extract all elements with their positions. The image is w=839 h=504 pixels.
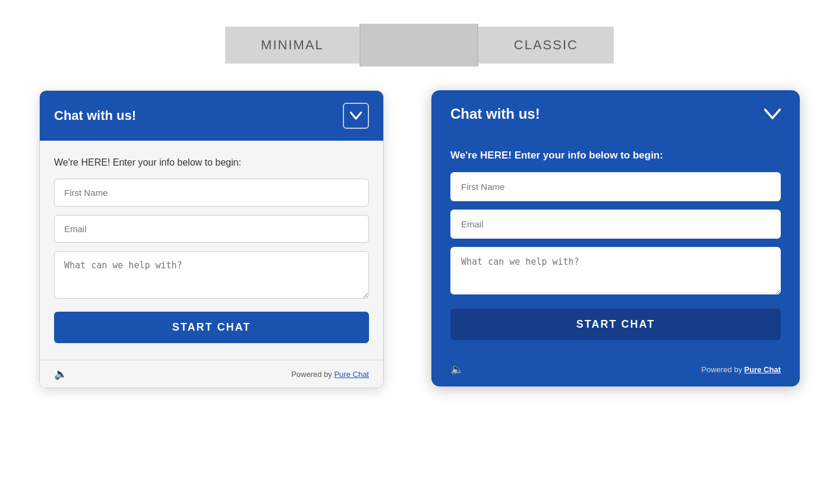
- classic-widget: Chat with us! We're HERE! Enter your inf…: [431, 90, 800, 386]
- chevron-down-icon: [350, 112, 362, 120]
- classic-speaker-icon: 🔈: [450, 363, 463, 376]
- minimal-first-name-input[interactable]: [54, 179, 369, 207]
- classic-start-chat-button[interactable]: START CHAT: [450, 309, 781, 340]
- chevron-down-icon: [764, 109, 781, 119]
- tab-classic[interactable]: CLASSIC: [478, 27, 614, 64]
- minimal-widget-header: Chat with us!: [40, 91, 383, 141]
- minimal-speaker-icon: 🔈: [54, 367, 67, 381]
- classic-widget-body: We're HERE! Enter your info below to beg…: [434, 135, 797, 354]
- minimal-help-textarea[interactable]: [54, 251, 369, 299]
- minimal-powered-by: Powered by Pure Chat: [291, 370, 369, 379]
- minimal-collapse-button[interactable]: [343, 103, 369, 129]
- tab-bar: MINIMAL CLASSIC: [63, 24, 776, 66]
- minimal-email-input[interactable]: [54, 215, 369, 243]
- minimal-pure-chat-link[interactable]: Pure Chat: [334, 370, 369, 379]
- classic-powered-by: Powered by Pure Chat: [701, 365, 781, 374]
- widgets-container: Chat with us! We're HERE! Enter your inf…: [33, 90, 806, 388]
- minimal-intro-text: We're HERE! Enter your info below to beg…: [54, 157, 369, 168]
- minimal-start-chat-button[interactable]: START CHAT: [54, 312, 369, 343]
- tab-middle: [359, 24, 478, 66]
- classic-collapse-button[interactable]: [764, 109, 781, 119]
- minimal-chat-title: Chat with us!: [54, 108, 136, 123]
- classic-first-name-input[interactable]: [450, 172, 781, 201]
- classic-help-textarea[interactable]: [450, 247, 781, 294]
- classic-widget-header: Chat with us!: [434, 93, 797, 135]
- classic-email-input[interactable]: [450, 210, 781, 239]
- classic-intro-text: We're HERE! Enter your info below to beg…: [450, 150, 781, 161]
- minimal-widget-footer: 🔈 Powered by Pure Chat: [40, 360, 383, 388]
- classic-pure-chat-link[interactable]: Pure Chat: [745, 365, 781, 374]
- minimal-widget: Chat with us! We're HERE! Enter your inf…: [39, 90, 384, 388]
- classic-widget-footer: 🔈 Powered by Pure Chat: [434, 354, 797, 384]
- classic-chat-title: Chat with us!: [450, 106, 540, 122]
- tab-minimal[interactable]: MINIMAL: [225, 27, 359, 64]
- minimal-widget-body: We're HERE! Enter your info below to beg…: [40, 141, 383, 360]
